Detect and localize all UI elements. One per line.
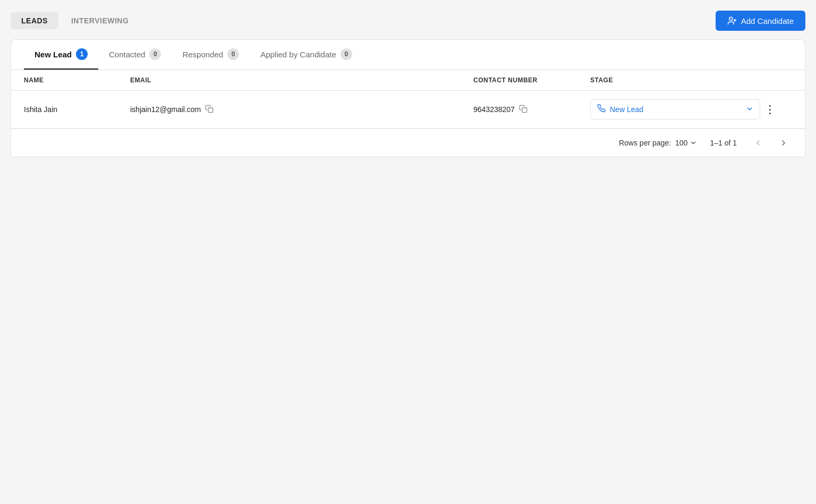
stage-label: New Lead xyxy=(610,105,643,114)
subtab-contacted-badge: 0 xyxy=(149,48,161,60)
more-options-button[interactable]: ⋮ xyxy=(760,101,780,118)
rows-per-page-select[interactable]: 100 xyxy=(675,139,697,147)
main-tab-group: LEADS INTERVIEWING xyxy=(11,12,139,29)
pagination-prev-button[interactable] xyxy=(750,136,767,149)
tab-leads[interactable]: LEADS xyxy=(11,12,58,29)
subtab-responded[interactable]: Responded 0 xyxy=(172,40,250,70)
subtab-new-lead[interactable]: New Lead 1 xyxy=(24,40,98,70)
svg-rect-3 xyxy=(208,108,213,113)
table-row: Ishita Jain ishjain12@gmail.com 96432382… xyxy=(11,91,805,129)
subtab-responded-badge: 0 xyxy=(227,48,239,60)
candidate-phone: 9643238207 xyxy=(473,105,515,114)
cell-name: Ishita Jain xyxy=(24,105,130,114)
table-footer: Rows per page: 100 1–1 of 1 xyxy=(11,129,805,157)
pagination-next-button[interactable] xyxy=(775,136,792,149)
col-header-email: EMAIL xyxy=(130,76,473,84)
main-card: New Lead 1 Contacted 0 Responded 0 Appli… xyxy=(11,39,805,157)
rows-per-page-label: Rows per page: xyxy=(619,139,671,147)
subtab-bar: New Lead 1 Contacted 0 Responded 0 Appli… xyxy=(11,40,805,70)
subtab-applied-badge: 0 xyxy=(341,48,352,60)
copy-email-icon[interactable] xyxy=(205,105,214,115)
chevron-right-icon xyxy=(779,139,788,147)
stage-dropdown-left: New Lead xyxy=(597,104,643,115)
subtab-responded-label: Responded xyxy=(182,50,223,59)
add-candidate-label: Add Candidate xyxy=(741,16,794,25)
chevron-left-icon xyxy=(754,139,762,147)
svg-rect-4 xyxy=(522,108,527,113)
pagination-info: 1–1 of 1 xyxy=(710,139,737,147)
cell-contact: 9643238207 xyxy=(473,105,590,115)
subtab-applied-label: Applied by Candidate xyxy=(260,50,336,59)
phone-icon xyxy=(597,104,606,115)
stage-dropdown[interactable]: New Lead xyxy=(590,99,760,119)
svg-point-0 xyxy=(729,17,733,20)
table-header: NAME EMAIL Contact Number STAGE xyxy=(11,70,805,91)
subtab-applied[interactable]: Applied by Candidate 0 xyxy=(250,40,363,70)
tab-interviewing[interactable]: INTERVIEWING xyxy=(61,12,139,29)
cell-stage: New Lead xyxy=(590,99,760,119)
cell-email: ishjain12@gmail.com xyxy=(130,105,473,115)
add-candidate-button[interactable]: Add Candidate xyxy=(716,11,805,31)
subtab-contacted[interactable]: Contacted 0 xyxy=(98,40,172,70)
chevron-down-icon xyxy=(746,105,753,114)
subtab-contacted-label: Contacted xyxy=(109,50,145,59)
rows-chevron-icon xyxy=(690,139,697,147)
copy-phone-icon[interactable] xyxy=(519,105,528,115)
subtab-new-lead-badge: 1 xyxy=(76,48,88,60)
top-bar: LEADS INTERVIEWING Add Candidate xyxy=(11,11,805,31)
col-header-stage: STAGE xyxy=(590,76,760,84)
candidate-name: Ishita Jain xyxy=(24,105,57,114)
subtab-new-lead-label: New Lead xyxy=(35,50,72,59)
col-header-contact: Contact Number xyxy=(473,76,590,84)
cell-more: ⋮ xyxy=(760,101,792,118)
table-container: NAME EMAIL Contact Number STAGE Ishita J… xyxy=(11,70,805,129)
col-header-actions xyxy=(760,76,792,84)
candidate-email: ishjain12@gmail.com xyxy=(130,105,201,114)
rows-per-page: Rows per page: 100 xyxy=(619,139,697,147)
rows-per-page-value: 100 xyxy=(675,139,687,147)
col-header-name: NAME xyxy=(24,76,130,84)
add-person-icon xyxy=(727,16,737,25)
